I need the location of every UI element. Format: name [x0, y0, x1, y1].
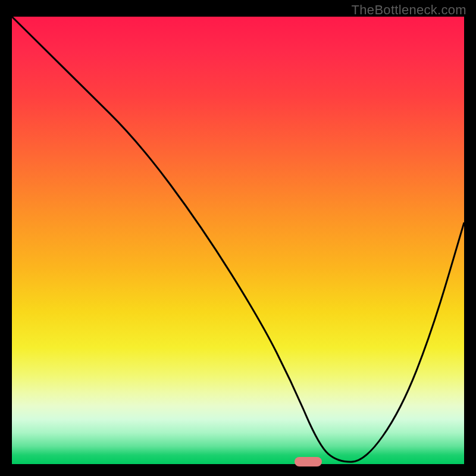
optimal-marker	[295, 457, 322, 466]
chart-plot-area	[12, 17, 464, 464]
watermark-text: TheBottleneck.com	[352, 2, 466, 18]
chart-frame: TheBottleneck.com	[0, 0, 476, 476]
chart-svg	[12, 17, 464, 464]
bottleneck-curve-path	[12, 17, 464, 462]
